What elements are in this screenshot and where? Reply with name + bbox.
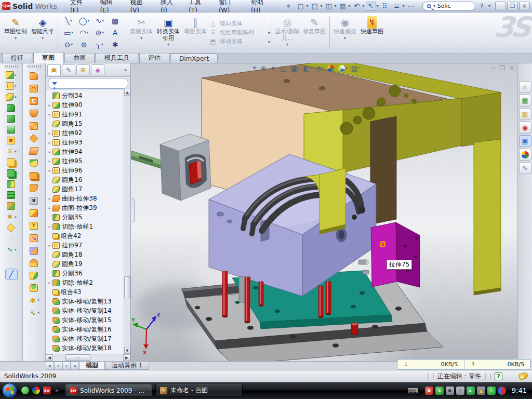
hud-button[interactable]: ⌖ [251, 63, 258, 73]
toolbar-button[interactable] [1, 157, 22, 168]
search-caret-icon[interactable]: ▾ [433, 4, 435, 8]
display-delete-relations-button[interactable]: ◎ 显示/删除几... ▾ [274, 14, 301, 51]
toolbar-button[interactable] [1, 222, 22, 233]
toolbar-button[interactable] [24, 269, 45, 282]
panel-tab[interactable]: ⊞ [76, 64, 90, 75]
tree-horizontal-scrollbar[interactable]: ◀ ⋯ ▶ [46, 354, 130, 361]
tree-item[interactable]: 实体-移动/复制14 [47, 306, 123, 315]
quick-launch-icon[interactable] [21, 387, 29, 394]
toolbar-button[interactable] [24, 169, 45, 182]
toolbar-button[interactable] [24, 119, 45, 132]
scroll-right-icon[interactable]: ▶ [123, 354, 130, 361]
tray-icon[interactable]: ♪ [456, 387, 464, 395]
part-gray-clamp[interactable] [160, 134, 211, 201]
tree-item[interactable]: ▸ 拉伸96 [47, 166, 123, 175]
tree-item[interactable]: 实体-移动/复制16 [47, 325, 123, 334]
tree-item[interactable]: 实体-移动/复制13 [47, 297, 123, 306]
tree-item[interactable]: ▸ 拉伸91 [47, 110, 123, 119]
scroll-thumb[interactable]: ⋯ [65, 354, 90, 361]
sketch-entity-button[interactable]: ◯▾ [76, 15, 92, 26]
task-pane-button[interactable] [519, 149, 531, 161]
toolbar-button[interactable]: ▾ [1, 70, 22, 81]
ribbon-tab[interactable]: 曲面 [64, 52, 95, 63]
toolbar-icon[interactable]: ◫ [324, 2, 334, 11]
toolbar-button[interactable] [24, 70, 45, 82]
panel-tab[interactable]: ✎ [62, 64, 75, 75]
tray-icon[interactable] [498, 387, 506, 395]
hud-button[interactable]: ◔ ▾ [314, 64, 325, 73]
expand-arrow-icon[interactable]: ▸ [47, 168, 52, 173]
taskbar-window-button[interactable]: ✎ 未命名 - 画图 [155, 384, 243, 397]
tree-item[interactable]: 组合42 [47, 231, 123, 241]
tree-item[interactable]: ▸ 切除-放样2 [47, 278, 123, 287]
hud-button[interactable]: ▦ ▾ [289, 64, 300, 73]
tree-item[interactable]: ▸ 拉伸94 [47, 147, 123, 156]
toolbar-button[interactable]: ✱ ▾ [24, 294, 45, 307]
sketch-entity-button[interactable]: ⊕ [76, 38, 92, 50]
toolbar-icon[interactable]: ▤ [310, 2, 320, 11]
dropdown-caret-icon[interactable]: ▾ [403, 4, 405, 8]
tree-item[interactable]: ▸ 拉伸93 [47, 138, 123, 147]
pattern-tool-item[interactable]: ⬒ 移动实体 ▾ [209, 37, 270, 45]
convert-entities-button[interactable]: ▣ 转换实体引用 ▾ [155, 14, 182, 51]
tree-item[interactable]: ▸ 曲面-拉伸39 [47, 203, 123, 212]
toolbar-button[interactable]: ▾ [1, 81, 22, 91]
toolbar-button[interactable]: ✱ [1, 135, 22, 146]
quick-snaps-button[interactable]: ◉ 快速捕捉 ▾ [331, 14, 358, 51]
sketch-entity-button[interactable]: ╮▾ [92, 38, 108, 50]
sketch-button[interactable]: ✎ 草图绘制 ▾ [2, 14, 29, 51]
graphics-viewport[interactable]: Ø Y Z X [131, 63, 532, 361]
dropdown-caret-icon[interactable]: ▾ [307, 4, 309, 8]
doc-close-button[interactable]: × [509, 64, 514, 72]
toolbar-button[interactable] [24, 157, 45, 169]
clock[interactable]: 9:41 [512, 387, 527, 394]
tray-icon[interactable]: ↯ [435, 387, 444, 395]
tree-item[interactable]: 圆角18 [47, 250, 123, 259]
tree-filter-input[interactable] [48, 78, 128, 89]
quick-launch-icon[interactable] [32, 387, 40, 394]
quick-launch-icon[interactable]: SW [43, 387, 51, 394]
ribbon-tab[interactable]: 草图 [33, 52, 63, 63]
tree-item[interactable]: 分割34 [47, 91, 123, 100]
expand-arrow-icon[interactable]: ▸ [47, 159, 52, 164]
search-input[interactable]: Solic [437, 3, 451, 9]
tag-icon[interactable] [518, 371, 528, 380]
tree-vertical-scrollbar[interactable]: ▲ ▼ [124, 89, 130, 354]
toolbar-icon[interactable]: ⋯ [406, 2, 416, 11]
pattern-tool-item[interactable]: △ 镜向实体 [209, 20, 270, 28]
close-button[interactable]: × [519, 2, 530, 10]
hud-button[interactable]: ◧ ▾ [302, 64, 313, 73]
scroll-up-icon[interactable]: ▲ [124, 89, 130, 96]
dropdown-caret-icon[interactable]: ▾ [363, 4, 365, 8]
hud-button[interactable]: ▾ [337, 64, 349, 72]
ribbon-tab[interactable]: DimXpert [170, 54, 218, 63]
toolbar-button[interactable] [1, 124, 22, 135]
toolbar-button[interactable] [1, 102, 22, 113]
dropdown-caret-icon[interactable]: ▾ [335, 4, 337, 8]
panel-tab[interactable]: ▣ [47, 64, 61, 75]
scroll-thumb[interactable] [124, 276, 130, 298]
toolbar-icon[interactable]: ↶ [352, 2, 362, 11]
panel-tab[interactable]: ◈ [91, 64, 104, 75]
hud-button[interactable]: ⊕ [259, 64, 268, 73]
tray-icon[interactable]: ✖ [425, 387, 433, 395]
hud-button[interactable] [326, 64, 336, 72]
expand-arrow-icon[interactable]: ▸ [47, 131, 52, 136]
doc-restore-button[interactable]: ❐ [499, 64, 505, 72]
toolbar-button[interactable]: Y [24, 219, 45, 232]
toolbar-button[interactable]: ✱ ▾ [1, 211, 22, 222]
toolbar-button[interactable] [24, 257, 45, 269]
tray-icon[interactable]: ✱ [446, 387, 454, 395]
tray-icon[interactable]: ▲ [477, 387, 485, 395]
sketch-entity-button[interactable]: ✱ [108, 38, 123, 50]
exploded-assembly-scene[interactable]: Ø Y Z X [131, 63, 532, 361]
help-caret-icon[interactable]: ▾ [488, 4, 490, 8]
tree-item[interactable]: 实体-移动/复制18 [47, 343, 123, 353]
sketch-entity-button[interactable]: ▩ [108, 15, 123, 26]
expand-arrow-icon[interactable]: ▸ [47, 140, 52, 145]
ribbon-tab[interactable]: 模具工具 [96, 52, 138, 63]
tree-item[interactable]: ▸ 切除-放样1 [47, 222, 123, 231]
tree-item[interactable]: 圆角19 [47, 259, 123, 269]
repair-sketch-button[interactable]: ✎ 修复草图 [301, 14, 328, 51]
tree-item[interactable]: ▸ 拉伸92 [47, 128, 123, 138]
